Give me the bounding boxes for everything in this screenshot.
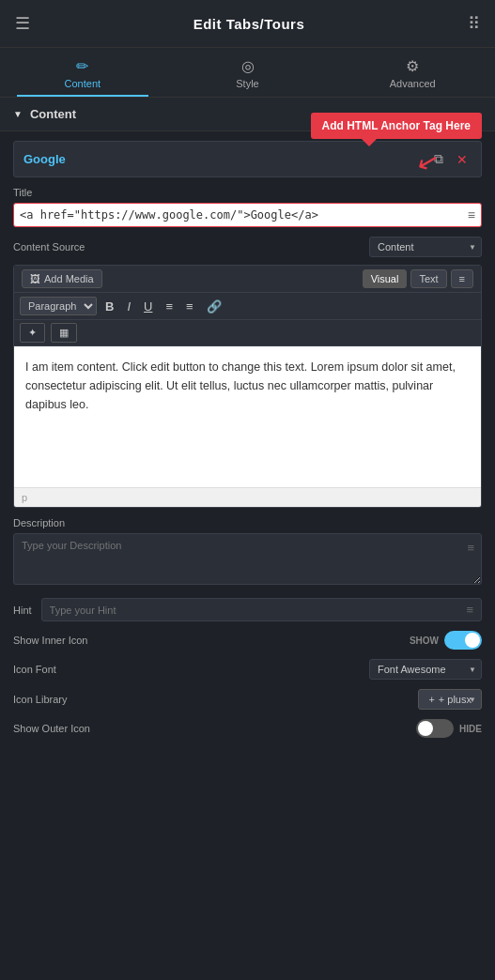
editor-content[interactable]: I am item content. Click edit button to … bbox=[14, 346, 481, 487]
style-tab-icon: ◎ bbox=[241, 57, 255, 75]
editor-extra-bar: ✦ ▦ bbox=[14, 320, 481, 346]
show-inner-icon-toggle-wrap: SHOW bbox=[410, 631, 482, 650]
extra-button-2[interactable]: ▦ bbox=[51, 323, 77, 343]
grid-icon[interactable]: ⠿ bbox=[468, 13, 480, 34]
title-field-label: Title bbox=[13, 187, 482, 198]
link-button[interactable]: 🔗 bbox=[202, 298, 226, 315]
tab-content-label: Content bbox=[65, 78, 101, 89]
content-source-select[interactable]: Content Template bbox=[369, 237, 482, 257]
show-inner-icon-text: SHOW bbox=[410, 635, 439, 646]
show-outer-icon-row: Show Outer Icon HIDE bbox=[13, 719, 482, 738]
item-label: Google bbox=[23, 152, 66, 166]
align-center-button[interactable]: ≡ bbox=[181, 298, 198, 315]
italic-button[interactable]: I bbox=[122, 298, 135, 315]
plus-icon: + bbox=[428, 694, 434, 705]
icon-library-row: Icon Library + + plusx bbox=[13, 689, 482, 710]
description-label: Description bbox=[13, 517, 482, 528]
settings-button[interactable]: ≡ bbox=[451, 269, 473, 288]
title-field-icon[interactable]: ≡ bbox=[468, 207, 475, 222]
text-button[interactable]: Text bbox=[410, 269, 446, 288]
header: ☰ Edit Tabs/Tours ⠿ bbox=[0, 0, 495, 48]
toggle-knob bbox=[465, 633, 480, 648]
editor-footer: p bbox=[14, 487, 481, 507]
anchor-callout: Add HTML Anchor Tag Here bbox=[311, 113, 482, 139]
hint-input[interactable] bbox=[50, 605, 467, 616]
tab-advanced-label: Advanced bbox=[390, 78, 436, 89]
align-left-button[interactable]: ≡ bbox=[161, 298, 178, 315]
add-media-icon: 🖼 bbox=[30, 273, 40, 284]
visual-button[interactable]: Visual bbox=[363, 269, 408, 288]
editor-footer-label: p bbox=[22, 492, 27, 503]
outer-toggle-knob bbox=[418, 721, 433, 736]
show-inner-icon-label: Show Inner Icon bbox=[13, 635, 88, 646]
icon-font-label: Icon Font bbox=[13, 664, 56, 675]
show-outer-icon-toggle[interactable] bbox=[416, 719, 454, 738]
description-textarea[interactable] bbox=[13, 533, 482, 585]
icon-font-row: Icon Font Font Awesome Font Awesome 5 bbox=[13, 659, 482, 680]
tab-style[interactable]: ◎ Style bbox=[165, 48, 331, 97]
hint-input-wrap: ≡ bbox=[41, 598, 482, 621]
icon-library-label: Icon Library bbox=[13, 694, 67, 705]
description-icon[interactable]: ≡ bbox=[467, 541, 474, 555]
hint-row: Hint ≡ bbox=[13, 598, 482, 621]
show-outer-icon-text: HIDE bbox=[459, 724, 482, 734]
tab-style-label: Style bbox=[236, 78, 258, 89]
chevron-icon: ▼ bbox=[13, 109, 23, 119]
bold-button[interactable]: B bbox=[101, 298, 118, 315]
page-title: Edit Tabs/Tours bbox=[193, 16, 305, 32]
editor-format-bar: Paragraph B I U ≡ ≡ 🔗 bbox=[14, 293, 481, 320]
show-inner-icon-row: Show Inner Icon SHOW bbox=[13, 631, 482, 650]
advanced-tab-icon: ⚙ bbox=[406, 57, 419, 75]
icon-library-select-wrap: + + plusx bbox=[418, 689, 482, 710]
content-tab-icon: ✏ bbox=[76, 57, 88, 75]
description-wrap: ≡ bbox=[13, 533, 482, 589]
title-input[interactable] bbox=[20, 208, 468, 222]
editor-container: 🖼 Add Media Visual Text ≡ Paragraph B I … bbox=[13, 265, 482, 508]
tab-advanced[interactable]: ⚙ Advanced bbox=[330, 48, 495, 97]
title-input-wrap: ≡ bbox=[13, 203, 482, 227]
editor-text: I am item content. Click edit button to … bbox=[25, 360, 456, 411]
editor-view-buttons: Visual Text ≡ bbox=[363, 269, 473, 288]
icon-library-btn-label: + plusx bbox=[439, 694, 472, 705]
editor-top-bar: 🖼 Add Media Visual Text ≡ bbox=[14, 266, 481, 293]
content-area: Google ⧉ ✕ Title ≡ Content Source Conten… bbox=[0, 131, 495, 757]
hint-label: Hint bbox=[13, 605, 32, 616]
tabs-bar: ✏ Content ◎ Style ⚙ Advanced bbox=[0, 48, 495, 98]
show-outer-icon-label: Show Outer Icon bbox=[13, 723, 90, 734]
icon-font-select[interactable]: Font Awesome Font Awesome 5 bbox=[369, 659, 482, 680]
add-media-button[interactable]: 🖼 Add Media bbox=[22, 269, 102, 288]
section-label: Content bbox=[30, 107, 76, 121]
content-source-label: Content Source bbox=[13, 241, 85, 253]
content-source-select-wrap: Content Template bbox=[369, 237, 482, 257]
show-inner-icon-toggle[interactable] bbox=[444, 631, 482, 650]
paragraph-select[interactable]: Paragraph bbox=[20, 297, 97, 315]
list-item: Google ⧉ ✕ bbox=[13, 141, 482, 177]
content-source-row: Content Source Content Template bbox=[13, 237, 482, 257]
hint-icon[interactable]: ≡ bbox=[466, 603, 473, 617]
extra-button-1[interactable]: ✦ bbox=[20, 323, 45, 343]
delete-button[interactable]: ✕ bbox=[453, 149, 472, 169]
icon-library-button[interactable]: + + plusx bbox=[418, 689, 482, 710]
hamburger-icon[interactable]: ☰ bbox=[15, 13, 30, 34]
show-outer-icon-toggle-wrap: HIDE bbox=[416, 719, 482, 738]
underline-button[interactable]: U bbox=[139, 298, 157, 315]
icon-font-select-wrap: Font Awesome Font Awesome 5 bbox=[369, 659, 482, 680]
tab-content[interactable]: ✏ Content bbox=[0, 48, 165, 97]
